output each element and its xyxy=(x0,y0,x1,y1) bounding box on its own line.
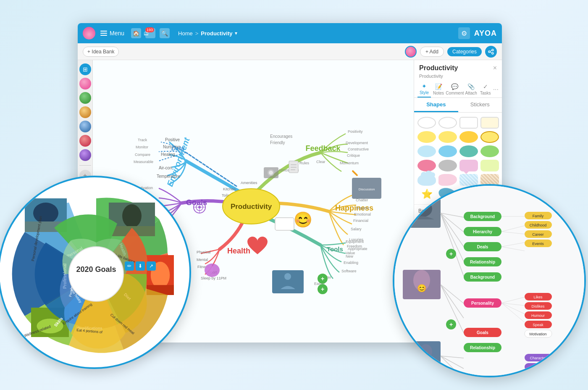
svg-text:Background: Background xyxy=(470,275,495,279)
shapes-tab[interactable]: Shapes xyxy=(414,98,458,112)
tab-tasks[interactable]: ✓ Tasks xyxy=(479,82,492,97)
panel-close-button[interactable]: × xyxy=(493,64,497,72)
edit-icon[interactable]: ✏ xyxy=(125,261,134,271)
categories-button[interactable]: Categories xyxy=(447,47,482,56)
shape-oval-blue-1[interactable] xyxy=(417,145,436,157)
shape-splash[interactable] xyxy=(438,174,457,186)
shape-speech-2[interactable] xyxy=(480,160,499,171)
svg-text:Emotional: Emotional xyxy=(354,212,371,216)
shape-oval-1[interactable] xyxy=(417,117,436,129)
shape-oval-blue-2[interactable] xyxy=(438,145,457,157)
menu-button[interactable]: Menu xyxy=(100,30,124,37)
svg-text:Critique: Critique xyxy=(347,153,360,158)
panel-header: Productivity × xyxy=(414,60,502,74)
svg-point-77 xyxy=(269,171,273,175)
shape-pattern-1[interactable] xyxy=(459,174,478,186)
shape-oval-yellow-1[interactable] xyxy=(417,131,436,143)
svg-text:Physical: Physical xyxy=(197,250,211,254)
idea-bank-button[interactable]: + Idea Bank xyxy=(83,47,119,57)
tab-style[interactable]: ✦ Style xyxy=(417,81,431,98)
panel-more-button[interactable]: ··· xyxy=(493,86,499,93)
svg-text:😊: 😊 xyxy=(417,284,427,293)
shape-oval-yellow-2[interactable] xyxy=(438,131,457,143)
stickers-tab[interactable]: Stickers xyxy=(458,98,502,112)
svg-line-3 xyxy=(490,50,492,51)
svg-line-4 xyxy=(490,52,492,53)
settings-button[interactable]: ⚙ xyxy=(458,27,470,39)
top-bar: Menu 🏠 🗂 193 🔍 Home > Productivity ▾ ⚙ A… xyxy=(78,23,502,43)
svg-text:Financial: Financial xyxy=(353,219,368,223)
user-avatar xyxy=(405,46,417,58)
svg-text:+: + xyxy=(321,286,324,292)
svg-text:Background: Background xyxy=(470,214,495,219)
svg-text:Health: Health xyxy=(227,247,250,255)
sidebar-icon-6[interactable] xyxy=(79,149,91,161)
shape-oval-yellow-3[interactable] xyxy=(459,131,478,143)
svg-text:Salary: Salary xyxy=(351,227,362,231)
svg-text:Goals: Goals xyxy=(477,330,488,335)
avatar[interactable] xyxy=(83,27,95,40)
svg-text:Equipment: Equipment xyxy=(346,240,364,244)
tab-comment[interactable]: 💬 Comment xyxy=(446,82,464,97)
panel-title: Productivity xyxy=(419,64,458,72)
download-icon[interactable]: ⬇ xyxy=(136,261,145,271)
top-bar-icons: 🏠 🗂 193 🔍 xyxy=(131,28,170,38)
svg-text:Mental: Mental xyxy=(197,258,208,262)
svg-text:Rules: Rules xyxy=(299,161,310,165)
svg-text:Measurable: Measurable xyxy=(134,160,153,164)
share-icon[interactable]: ↗ xyxy=(147,261,156,271)
sidebar-icon-4[interactable] xyxy=(79,121,91,132)
svg-text:Personality: Personality xyxy=(471,301,494,306)
add-button[interactable]: + Add xyxy=(420,47,444,57)
svg-text:Productivity: Productivity xyxy=(231,203,272,211)
svg-text:Constructive: Constructive xyxy=(348,147,369,151)
svg-text:😊: 😊 xyxy=(294,211,312,229)
svg-text:Track: Track xyxy=(138,138,147,142)
notification-badge: 193 xyxy=(145,27,154,32)
svg-text:Deals: Deals xyxy=(477,245,488,249)
share-button[interactable] xyxy=(485,46,497,58)
shape-rect-2[interactable] xyxy=(480,117,499,129)
svg-text:Monitor: Monitor xyxy=(136,145,148,149)
svg-text:Family: Family xyxy=(533,214,544,218)
shape-speech-1[interactable] xyxy=(459,160,478,171)
svg-text:Clear: Clear xyxy=(316,160,326,164)
sidebar-icon-2[interactable] xyxy=(79,92,91,104)
sidebar-icon-user[interactable] xyxy=(79,78,91,90)
shape-oval-green[interactable] xyxy=(480,145,499,157)
svg-text:Enabling: Enabling xyxy=(344,261,358,265)
sidebar-icon-grid[interactable]: ⊞ xyxy=(79,63,91,75)
shape-star[interactable]: ⭐ xyxy=(417,188,436,200)
sidebar-icon-5[interactable] xyxy=(79,135,91,147)
secondary-bar: + Idea Bank + Add Categories xyxy=(78,43,502,60)
shape-oval-gray[interactable] xyxy=(438,160,457,171)
svg-text:Motivation: Motivation xyxy=(529,332,546,336)
home-icon[interactable]: 🏠 xyxy=(131,28,141,38)
svg-text:Feedback: Feedback xyxy=(305,144,341,153)
svg-text:New: New xyxy=(346,254,354,258)
shape-oval-teal[interactable] xyxy=(459,145,478,157)
svg-text:Software: Software xyxy=(341,269,357,273)
svg-text:+: + xyxy=(449,250,453,257)
search-icon[interactable]: 🔍 xyxy=(160,28,170,38)
tab-notes[interactable]: 📝 Notes xyxy=(432,82,445,97)
svg-text:Speak: Speak xyxy=(533,323,543,327)
svg-text:Encourages: Encourages xyxy=(270,134,292,139)
tab-attach[interactable]: 📎 Attach xyxy=(465,82,478,97)
tasks-icon[interactable]: 🗂 193 xyxy=(145,28,155,38)
shape-oval-2[interactable] xyxy=(438,117,457,129)
svg-text:Momentum: Momentum xyxy=(340,161,359,165)
shape-oval-pink[interactable] xyxy=(417,160,436,171)
svg-text:Positive: Positive xyxy=(165,137,180,142)
shape-cloud[interactable] xyxy=(417,174,436,186)
svg-point-1 xyxy=(488,51,490,53)
shape-rect-1[interactable] xyxy=(459,117,478,129)
svg-text:Kitchen: Kitchen xyxy=(223,187,236,191)
secondary-right: + Add Categories xyxy=(405,46,497,58)
sidebar-icon-3[interactable] xyxy=(79,106,91,118)
shape-oval-yellow-4[interactable] xyxy=(480,131,499,143)
svg-text:+: + xyxy=(321,275,324,282)
svg-text:Development: Development xyxy=(346,141,368,145)
svg-text:Data: Data xyxy=(171,145,184,152)
hamburger-icon xyxy=(100,31,107,36)
